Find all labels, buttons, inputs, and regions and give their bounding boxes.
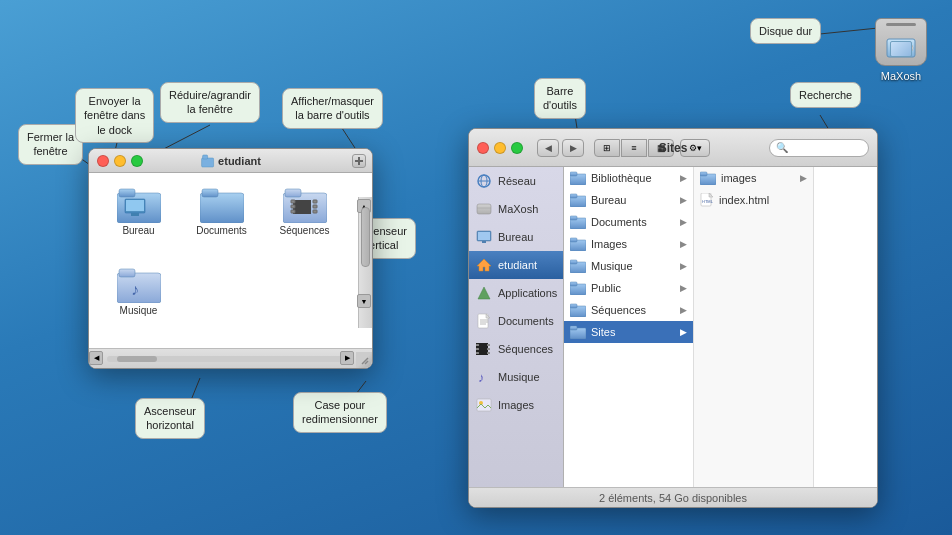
list-item[interactable]: ♪ Musique bbox=[101, 265, 176, 337]
tooltip-reduire: Réduire/agrandir la fenêtre bbox=[160, 82, 260, 123]
svg-rect-69 bbox=[570, 238, 577, 242]
svg-rect-26 bbox=[293, 200, 311, 214]
column-3-preview bbox=[814, 167, 877, 487]
folder-icon-selected bbox=[570, 325, 586, 339]
list-item[interactable]: Bureau ▶ bbox=[564, 189, 693, 211]
svg-rect-53 bbox=[476, 344, 479, 346]
sidebar-label: Applications bbox=[498, 287, 557, 299]
svg-text:HTML: HTML bbox=[702, 199, 714, 204]
status-bar: 2 éléments, 54 Go disponibles bbox=[469, 487, 877, 507]
item-label: images bbox=[721, 172, 756, 184]
sidebar-item-applications[interactable]: Applications bbox=[469, 279, 563, 307]
list-item-images[interactable]: images ▶ bbox=[694, 167, 813, 189]
column-1: Bibliothèque ▶ Bureau ▶ Documents ▶ Imag… bbox=[564, 167, 694, 487]
svg-rect-14 bbox=[202, 155, 207, 159]
svg-rect-22 bbox=[200, 193, 244, 223]
desktop-disk-icon[interactable]: MaXosh bbox=[875, 18, 927, 82]
sidebar-item-bureau[interactable]: Bureau bbox=[469, 223, 563, 251]
resize-corner[interactable] bbox=[356, 352, 372, 368]
list-item-sites[interactable]: Sites ▶ bbox=[564, 321, 693, 343]
item-label: Musique bbox=[591, 260, 633, 272]
svg-rect-20 bbox=[126, 200, 144, 211]
window-title-large: Sites bbox=[659, 141, 688, 155]
folder-icon bbox=[570, 281, 586, 295]
hard-disk-icon[interactable] bbox=[875, 18, 927, 66]
list-item[interactable]: Public ▶ bbox=[564, 277, 693, 299]
list-item-index[interactable]: HTML index.html bbox=[694, 189, 813, 211]
content-area: Bibliothèque ▶ Bureau ▶ Documents ▶ Imag… bbox=[564, 167, 877, 487]
folder-icon bbox=[570, 193, 586, 207]
list-item[interactable]: Bibliothèque ▶ bbox=[564, 167, 693, 189]
resize-button[interactable] bbox=[352, 154, 366, 168]
folder-icon bbox=[570, 215, 586, 229]
scroll-arrow-down[interactable]: ▼ bbox=[357, 294, 371, 308]
tooltip-case-redimensionner: Case pour redimensionner bbox=[293, 392, 387, 433]
sidebar-label: etudiant bbox=[498, 259, 537, 271]
sidebar-label: Images bbox=[498, 399, 534, 411]
list-item[interactable]: Séquences ▶ bbox=[564, 299, 693, 321]
close-button[interactable] bbox=[97, 155, 109, 167]
svg-rect-10 bbox=[887, 39, 915, 57]
tooltip-fermer: Fermer la fenêtre bbox=[18, 124, 83, 165]
svg-text:♪: ♪ bbox=[131, 281, 139, 298]
svg-rect-73 bbox=[570, 282, 577, 286]
svg-rect-41 bbox=[477, 204, 491, 214]
sidebar-item-maxosh[interactable]: MaXosh bbox=[469, 195, 563, 223]
column-2: images ▶ HTML index.html bbox=[694, 167, 814, 487]
tooltip-afficher: Afficher/masquer la barre d'outils bbox=[282, 88, 383, 129]
svg-rect-27 bbox=[291, 200, 295, 203]
svg-rect-31 bbox=[313, 205, 317, 208]
folder-icon-musique: ♪ bbox=[117, 265, 161, 303]
forward-button[interactable]: ▶ bbox=[562, 139, 584, 157]
item-label: Sites bbox=[591, 326, 615, 338]
icon-view-button[interactable]: ⊞ bbox=[594, 139, 620, 157]
traffic-lights bbox=[97, 155, 143, 167]
item-label: Documents bbox=[591, 216, 647, 228]
list-item[interactable]: Images ▶ bbox=[564, 233, 693, 255]
scroll-arrow-left[interactable]: ◀ bbox=[89, 351, 103, 365]
list-item[interactable]: Séquences bbox=[267, 185, 342, 257]
vertical-scrollbar[interactable]: ▲ ▼ bbox=[358, 197, 372, 328]
list-item[interactable]: Documents bbox=[184, 185, 259, 257]
sidebar-item-etudiant[interactable]: etudiant bbox=[469, 251, 563, 279]
close-button-large[interactable] bbox=[477, 142, 489, 154]
desktop-icon-sidebar bbox=[475, 228, 493, 246]
sidebar-item-reseau[interactable]: Réseau bbox=[469, 167, 563, 195]
tooltip-envoyer: Envoyer la fenêtre dans le dock bbox=[75, 88, 154, 143]
svg-rect-60 bbox=[477, 399, 491, 411]
svg-point-11 bbox=[905, 44, 913, 52]
sidebar-item-documents[interactable]: Documents bbox=[469, 307, 563, 335]
svg-rect-45 bbox=[482, 241, 486, 243]
apps-icon bbox=[475, 284, 493, 302]
maximize-button-large[interactable] bbox=[511, 142, 523, 154]
list-item[interactable]: Bureau bbox=[101, 185, 176, 257]
toolbar-large: ◀ ▶ ⊞ ≡ ▦ ⚙▾ Sites 🔍 bbox=[469, 129, 877, 167]
list-view-button[interactable]: ≡ bbox=[621, 139, 647, 157]
scroll-thumb-horizontal[interactable] bbox=[117, 356, 157, 362]
svg-rect-44 bbox=[478, 232, 490, 240]
svg-rect-28 bbox=[291, 205, 295, 208]
sidebar-item-sequences[interactable]: Séquences bbox=[469, 335, 563, 363]
list-item[interactable]: Documents ▶ bbox=[564, 211, 693, 233]
scroll-thumb-vertical[interactable] bbox=[361, 207, 370, 267]
maximize-button[interactable] bbox=[131, 155, 143, 167]
scroll-arrow-right[interactable]: ▶ bbox=[340, 351, 354, 365]
minimize-button-large[interactable] bbox=[494, 142, 506, 154]
item-label: index.html bbox=[719, 194, 769, 206]
search-box[interactable]: 🔍 bbox=[769, 139, 869, 157]
horizontal-scrollbar[interactable]: ◀ ▶ bbox=[89, 348, 372, 368]
sidebar-item-images[interactable]: Images bbox=[469, 391, 563, 419]
minimize-button[interactable] bbox=[114, 155, 126, 167]
disk-icon-sidebar bbox=[475, 200, 493, 218]
item-label: Bureau bbox=[591, 194, 626, 206]
tooltip-recherche: Recherche bbox=[790, 82, 861, 108]
back-button[interactable]: ◀ bbox=[537, 139, 559, 157]
sidebar-item-musique[interactable]: ♪ Musique bbox=[469, 363, 563, 391]
sidebar: Réseau MaXosh Bureau etudiant bbox=[469, 167, 564, 487]
svg-rect-30 bbox=[313, 200, 317, 203]
sidebar-label: Bureau bbox=[498, 231, 533, 243]
folder-icon bbox=[570, 237, 586, 251]
svg-rect-29 bbox=[291, 210, 295, 213]
list-item[interactable]: Musique ▶ bbox=[564, 255, 693, 277]
svg-rect-21 bbox=[131, 213, 139, 216]
